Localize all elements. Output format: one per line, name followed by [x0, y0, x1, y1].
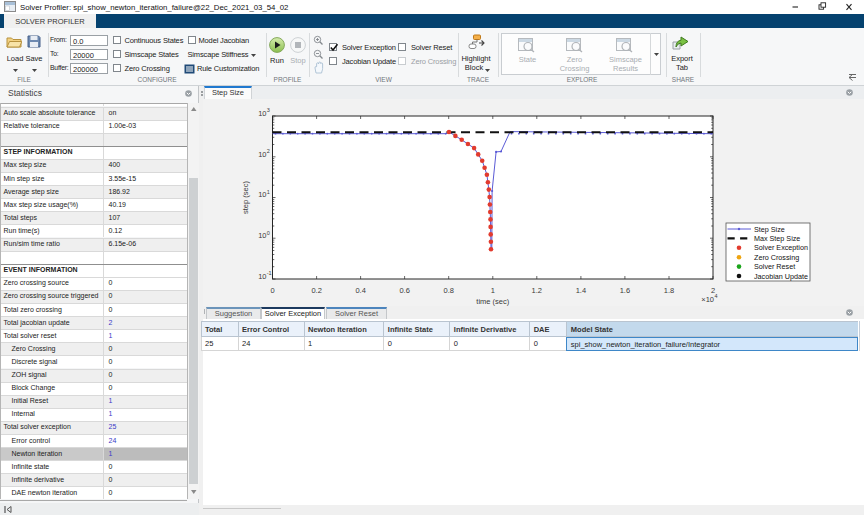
svg-text:Solver Exception: Solver Exception: [754, 243, 808, 252]
svg-text:0.4: 0.4: [355, 286, 365, 295]
svg-text:step (sec): step (sec): [241, 181, 250, 214]
svg-text:0.2: 0.2: [311, 286, 321, 295]
svg-text:1.6: 1.6: [620, 286, 630, 295]
svg-text:Step Size: Step Size: [754, 225, 785, 234]
svg-text:0: 0: [270, 286, 274, 295]
svg-text:10: 10: [258, 109, 266, 118]
svg-text:0.8: 0.8: [443, 286, 453, 295]
svg-text:10: 10: [258, 150, 266, 159]
svg-text:Solver Reset: Solver Reset: [754, 262, 795, 271]
svg-text:3: 3: [267, 107, 270, 113]
svg-text:Max Step Size: Max Step Size: [754, 234, 800, 243]
svg-text:1: 1: [491, 286, 495, 295]
svg-text:10: 10: [258, 231, 266, 240]
svg-text:1.4: 1.4: [576, 286, 586, 295]
svg-text:4: 4: [715, 293, 718, 299]
svg-text:1.8: 1.8: [664, 286, 674, 295]
svg-text:10: 10: [258, 190, 266, 199]
svg-text:Jacobian Update: Jacobian Update: [754, 272, 808, 281]
svg-text:Zero Crossing: Zero Crossing: [754, 253, 799, 262]
svg-text:time (sec): time (sec): [476, 297, 509, 306]
svg-text:1: 1: [267, 189, 270, 195]
svg-text:1.2: 1.2: [532, 286, 542, 295]
svg-text:0: 0: [267, 230, 270, 236]
svg-text:×10: ×10: [701, 295, 714, 304]
svg-text:-1: -1: [267, 270, 272, 276]
svg-text:0.6: 0.6: [399, 286, 409, 295]
svg-text:2: 2: [267, 148, 270, 154]
svg-text:10: 10: [258, 272, 266, 281]
